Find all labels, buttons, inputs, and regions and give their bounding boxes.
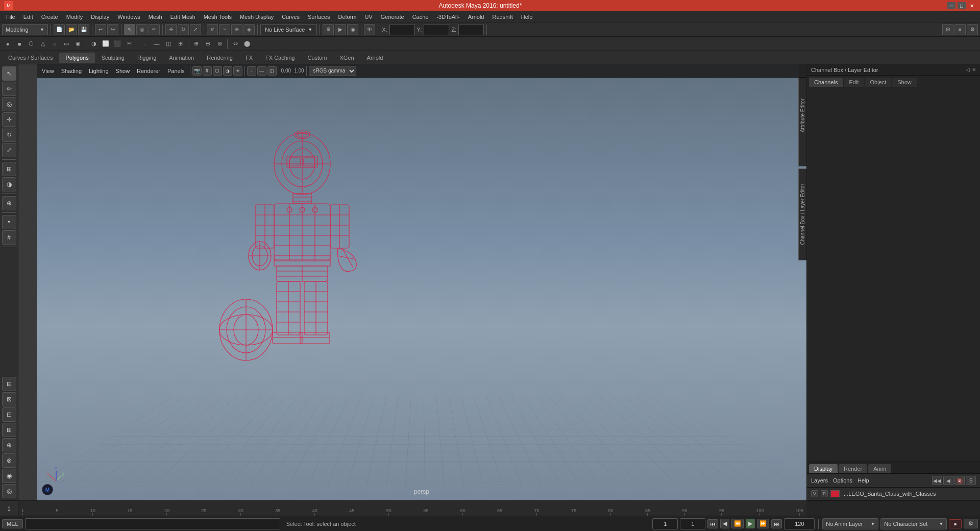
tab-custom[interactable]: Custom <box>302 53 333 63</box>
menu-generate[interactable]: Generate <box>377 13 408 21</box>
tab-polygons[interactable]: Polygons <box>59 53 94 63</box>
menu-edit-mesh[interactable]: Edit Mesh <box>166 13 200 21</box>
layer-tab-display[interactable]: Display <box>809 464 838 473</box>
menu-create[interactable]: Create <box>37 13 62 21</box>
pt-select-uv[interactable]: ⊞ <box>175 38 186 50</box>
pt-cube-btn[interactable]: ■ <box>14 38 25 50</box>
play-back-btn[interactable]: ◀ <box>720 519 729 528</box>
paint-select-button[interactable]: ✏ <box>149 24 160 35</box>
pt-cylinder-btn[interactable]: ⬡ <box>26 38 37 50</box>
panel-resize-icon[interactable]: ◁ <box>966 67 970 73</box>
tab-sculpting[interactable]: Sculpting <box>95 53 131 63</box>
new-file-button[interactable]: 📄 <box>54 24 65 35</box>
tab-fx[interactable]: FX <box>239 53 259 63</box>
pt-torus-btn[interactable]: ○ <box>49 38 60 50</box>
play-forward-step-btn[interactable]: ⏩ <box>757 519 769 528</box>
scale-tool-button[interactable]: ⤢ <box>190 24 201 35</box>
settings-btn[interactable]: ⚙ <box>964 519 978 528</box>
snap-to-point-icon[interactable]: • <box>2 215 16 229</box>
open-file-button[interactable]: 📂 <box>66 24 77 35</box>
panel-close-icon[interactable]: ✕ <box>972 67 976 73</box>
layer-visibility-btn[interactable]: V <box>811 490 818 497</box>
layer-name[interactable]: ....LEGO_Santa_Claus_with_Glasses <box>842 491 976 497</box>
layer-submenu-help[interactable]: Help <box>857 477 869 484</box>
anim-layer-dropdown[interactable]: No Anim Layer ▼ <box>822 518 878 529</box>
layer-submenu-layers[interactable]: Layers <box>811 477 828 484</box>
layer-mute-btn[interactable]: 🔇 <box>954 476 965 485</box>
show-hide-button[interactable]: 👁 <box>364 24 375 35</box>
tab-rigging[interactable]: Rigging <box>131 53 162 63</box>
side-icon-2[interactable]: ⊠ <box>2 392 16 406</box>
menu-surfaces[interactable]: Surfaces <box>304 13 334 21</box>
attribute-editor-tab[interactable]: Attribute Editor <box>798 64 806 166</box>
vp-menu-renderer[interactable]: Renderer <box>134 67 163 75</box>
layer-tab-render[interactable]: Render <box>839 464 867 473</box>
menu-3dtoall[interactable]: -3DToAll- <box>432 13 463 21</box>
select-tool-button[interactable]: ↖ <box>124 24 135 35</box>
tab-curves-surfaces[interactable]: Curves / Surfaces <box>2 53 59 63</box>
gamma-select[interactable]: sRGB gamma <box>309 66 356 76</box>
snap-point-button[interactable]: ⊕ <box>231 24 242 35</box>
play-forward-btn[interactable]: ▶ <box>746 519 755 528</box>
pt-boolean-btn[interactable]: ⊗ <box>214 38 225 50</box>
vp-wireframe-icon[interactable]: ⬡ <box>213 66 222 76</box>
y-input[interactable] <box>424 24 449 35</box>
channel-box-button[interactable]: ⊟ <box>942 24 953 35</box>
pt-cone-btn[interactable]: △ <box>37 38 48 50</box>
menu-modify[interactable]: Modify <box>62 13 87 21</box>
tab-arnold[interactable]: Arnold <box>361 53 389 63</box>
select-tool-icon[interactable]: ↖ <box>2 66 16 81</box>
menu-redshift[interactable]: Redshift <box>488 13 517 21</box>
menu-windows[interactable]: Windows <box>113 13 144 21</box>
lasso-tool-icon[interactable]: ◎ <box>2 97 16 111</box>
vp-vertex-btn[interactable]: · <box>247 66 256 76</box>
side-icon-7[interactable]: ◉ <box>2 469 16 483</box>
pt-fill-btn[interactable]: ⬤ <box>241 38 253 50</box>
side-icon-4[interactable]: ⊞ <box>2 423 16 437</box>
move-tool-icon[interactable]: ✛ <box>2 112 16 127</box>
viewport[interactable]: View Shading Lighting Show Renderer Pane… <box>37 64 806 500</box>
render-frame-button[interactable]: ▶ <box>335 24 346 35</box>
menu-mesh[interactable]: Mesh <box>144 13 166 21</box>
vp-menu-lighting[interactable]: Lighting <box>86 67 112 75</box>
range-end-input[interactable]: 120 <box>784 518 815 529</box>
z-input[interactable] <box>458 24 484 35</box>
menu-mesh-tools[interactable]: Mesh Tools <box>200 13 236 21</box>
minimize-button[interactable]: ─ <box>947 2 955 9</box>
side-icon-6[interactable]: ⊗ <box>2 453 16 468</box>
vp-shading-icon[interactable]: ◑ <box>223 66 232 76</box>
pt-mirror-btn[interactable]: ⇔ <box>230 38 241 50</box>
range-start-input[interactable]: 1 <box>680 518 705 529</box>
x-input[interactable] <box>389 24 415 35</box>
pt-smooth-btn[interactable]: ◑ <box>88 38 100 50</box>
vp-menu-show[interactable]: Show <box>113 67 133 75</box>
side-icon-3[interactable]: ⊡ <box>2 407 16 422</box>
scale-tool-icon[interactable]: ⤢ <box>2 143 16 157</box>
maximize-button[interactable]: □ <box>958 2 966 9</box>
layer-submenu-options[interactable]: Options <box>833 477 852 484</box>
menu-file[interactable]: File <box>2 13 19 21</box>
pt-extrude-btn[interactable]: ⬜ <box>100 38 111 50</box>
pt-combine-btn[interactable]: ⊕ <box>190 38 202 50</box>
snap-grid-button[interactable]: # <box>207 24 218 35</box>
timeline-start-frame[interactable]: 1 <box>0 501 18 516</box>
pt-multicut-btn[interactable]: ✂ <box>124 38 135 50</box>
tab-edit[interactable]: Edit <box>844 78 864 87</box>
tab-animation[interactable]: Animation <box>163 53 200 63</box>
menu-help[interactable]: Help <box>517 13 537 21</box>
channel-box-tab[interactable]: Channel Box / Layer Editor <box>798 168 806 260</box>
pt-bridge-btn[interactable]: ⬛ <box>112 38 123 50</box>
render-settings-button[interactable]: ⚙ <box>323 24 334 35</box>
menu-display[interactable]: Display <box>87 13 113 21</box>
vp-face-btn[interactable]: ◫ <box>267 66 277 76</box>
vp-camera-icon[interactable]: 📷 <box>192 66 202 76</box>
tab-rendering[interactable]: Rendering <box>201 53 239 63</box>
play-back-step-btn[interactable]: ⏪ <box>731 519 744 528</box>
side-icon-1[interactable]: ⊟ <box>2 377 16 391</box>
side-icon-5[interactable]: ⊕ <box>2 438 16 452</box>
pt-select-face[interactable]: ◫ <box>163 38 174 50</box>
soft-select-icon[interactable]: ◑ <box>2 177 16 191</box>
tab-object[interactable]: Object <box>865 78 891 87</box>
layer-solo-btn[interactable]: S <box>966 476 976 485</box>
current-frame-input[interactable]: 1 <box>652 518 678 529</box>
